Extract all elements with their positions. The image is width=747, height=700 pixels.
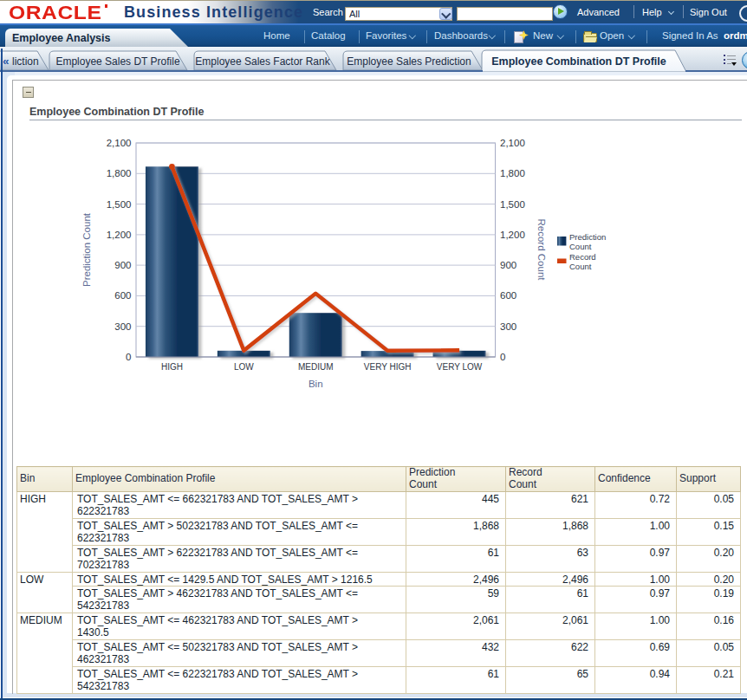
svg-text:1,200: 1,200	[107, 230, 132, 240]
svg-text:900: 900	[500, 260, 516, 270]
svg-text:0: 0	[500, 352, 505, 362]
svg-text:2,100: 2,100	[500, 138, 525, 148]
svg-text:1,200: 1,200	[500, 230, 525, 240]
svg-text:MEDIUM: MEDIUM	[298, 362, 334, 372]
svg-text:Employee Sales Factor Rank: Employee Sales Factor Rank	[195, 55, 330, 68]
svg-text:«: «	[3, 55, 10, 68]
svg-text:1,500: 1,500	[500, 199, 525, 210]
svg-text:Employee Sales Prediction: Employee Sales Prediction	[347, 55, 471, 68]
svg-text:liction: liction	[12, 55, 39, 68]
svg-text:LOW: LOW	[234, 362, 254, 372]
svg-text:Count: Count	[569, 242, 592, 251]
svg-text:Record: Record	[569, 252, 596, 262]
svg-text:Record Count: Record Count	[536, 219, 547, 282]
svg-text:Count: Count	[569, 262, 592, 271]
svg-text:600: 600	[500, 290, 516, 301]
svg-text:2,100: 2,100	[107, 138, 132, 148]
svg-text:Employee Sales DT Profile: Employee Sales DT Profile	[55, 55, 180, 68]
svg-text:0: 0	[126, 352, 131, 362]
svg-text:1,800: 1,800	[107, 168, 132, 178]
svg-text:Bin: Bin	[309, 379, 323, 389]
svg-text:300: 300	[114, 321, 131, 332]
svg-text:VERY HIGH: VERY HIGH	[364, 362, 412, 372]
svg-text:Employee Combination DT Profil: Employee Combination DT Profile	[491, 55, 666, 68]
svg-text:1,500: 1,500	[107, 199, 132, 210]
svg-text:600: 600	[114, 290, 131, 301]
svg-text:VERY LOW: VERY LOW	[437, 362, 483, 372]
svg-text:Prediction Count: Prediction Count	[81, 212, 92, 287]
svg-text:300: 300	[500, 321, 516, 332]
svg-text:1,800: 1,800	[500, 168, 525, 178]
svg-text:Prediction: Prediction	[569, 232, 606, 242]
svg-text:900: 900	[114, 260, 131, 270]
svg-text:HIGH: HIGH	[161, 362, 183, 372]
